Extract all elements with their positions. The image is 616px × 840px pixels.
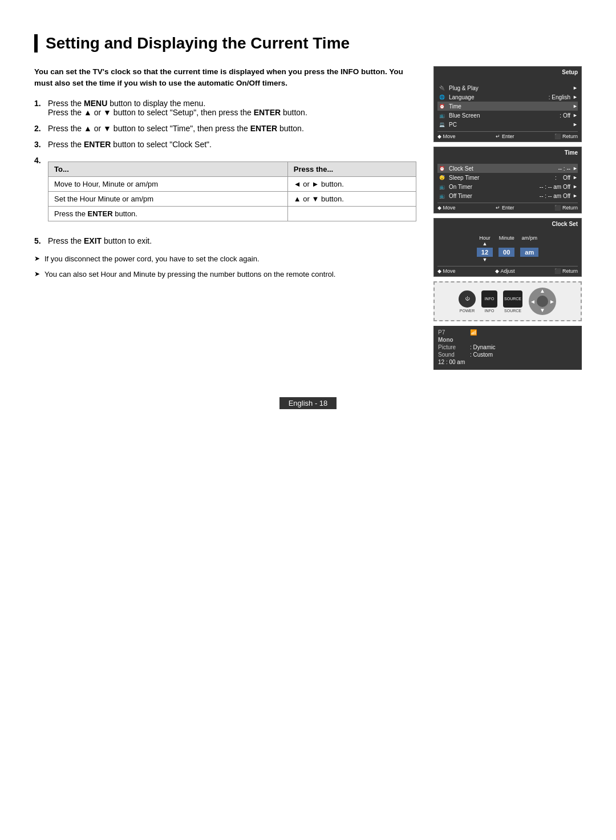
footer-adjust: ◆ Adjust (495, 268, 514, 274)
table-cell (287, 206, 416, 221)
sound-value: : Custom (470, 352, 493, 358)
off-timer-label: Off Timer (449, 193, 537, 199)
left-column: You can set the TV's clock so that the c… (34, 66, 416, 374)
footer-enter: ↵ Enter (496, 134, 514, 139)
table-cell: ◄ or ► button. (287, 176, 416, 191)
setup-screen: Setup 🔌 Plug & Play ► 🌐 Language : Engli… (433, 66, 582, 142)
time-footer: ◆ Move ↵ Enter ⬛ Return (437, 203, 578, 211)
power-label: POWER (460, 309, 475, 313)
clock-set-label: Clock Set (449, 165, 556, 172)
info-sound-row: Sound : Custom (438, 352, 577, 358)
info-channel-row: P7 📶 (438, 329, 577, 336)
nav-ring: ▲ ▼ ◄ ► (528, 287, 557, 316)
footer-return: ⬛ Return (554, 205, 578, 211)
plug-play-icon: 🔌 (437, 84, 447, 92)
info-button[interactable]: INFO (481, 290, 497, 308)
power-col: ⏻ POWER (459, 290, 476, 313)
footer-enter: ↵ Enter (496, 205, 514, 211)
pc-label: PC (449, 122, 570, 128)
main-content: You can set the TV's clock so that the c… (34, 66, 582, 374)
note-1: If you disconnect the power cord, you ha… (34, 253, 416, 265)
note-2: You can also set Hour and Minute by pres… (34, 269, 416, 280)
time-screen-title: Time (437, 150, 578, 156)
footer-move: ◆ Move (437, 268, 456, 274)
svg-text:►: ► (549, 298, 555, 305)
table-row: Press the ENTER button. (48, 206, 416, 221)
on-timer-label: On Timer (449, 184, 537, 190)
clock-set-area: Hour ▲ 12 ▼ Minute ▲ 00 ▼ am/pm ▲ am ▼ (437, 235, 578, 262)
source-button[interactable]: SOURCE (503, 290, 522, 308)
hour-label: Hour (477, 235, 493, 241)
info-picture-row: Picture : Dynamic (438, 344, 577, 350)
time-display: 12 : 00 am (438, 359, 465, 365)
step-2-content: Press the ▲ or ▼ button to select "Time"… (48, 124, 416, 133)
sound-label: Sound (438, 352, 467, 358)
language-label: Language (449, 94, 546, 100)
source-label: SOURCE (504, 309, 521, 313)
audio-value: Mono (438, 337, 467, 343)
on-timer-icon: 📺 (437, 183, 447, 191)
plug-play-label: Plug & Play (449, 85, 570, 91)
menu-item-plug-play: 🔌 Plug & Play ► (437, 83, 578, 92)
source-col: SOURCE SOURCE (503, 290, 522, 313)
step-1-content: Press the MENU button to display the men… (48, 99, 416, 117)
intro-text: You can set the TV's clock so that the c… (34, 66, 416, 90)
picture-value: : Dynamic (470, 344, 495, 350)
clock-set-value: -- : -- (558, 165, 570, 172)
step-3-num: 3. (34, 140, 43, 149)
off-timer-value: -- : -- am Off (540, 193, 570, 199)
clock-set-screen-title: Clock Set (437, 221, 578, 227)
setup-footer: ◆ Move ↵ Enter ⬛ Return (437, 131, 578, 139)
off-timer-icon: 📺 (437, 192, 447, 200)
step-2-num: 2. (34, 124, 43, 133)
step-5-num: 5. (34, 236, 43, 245)
power-button[interactable]: ⏻ (459, 290, 476, 308)
on-timer-arrow: ► (573, 184, 578, 189)
menu-item-pc: 💻 PC ► (437, 120, 578, 129)
table-cell: Move to Hour, Minute or am/pm (48, 176, 288, 191)
nav-col: ▲ ▼ ◄ ► (528, 287, 557, 316)
picture-label: Picture (438, 344, 467, 350)
menu-item-on-timer: 📺 On Timer -- : -- am Off ► (437, 182, 578, 191)
table-cell: Set the Hour Minute or am/pm (48, 191, 288, 206)
nav-svg: ▲ ▼ ◄ ► (528, 287, 557, 316)
clock-set-footer: ◆ Move ◆ Adjust ⬛ Return (437, 266, 578, 274)
step-4: 4. To... Press the... Move to Hour, Minu… (34, 156, 416, 229)
info-audio-row: Mono (438, 337, 577, 343)
minute-col: Minute ▲ 00 ▼ (499, 235, 514, 262)
svg-text:◄: ◄ (530, 298, 536, 305)
instruction-table: To... Press the... Move to Hour, Minute … (48, 161, 416, 221)
step-5: 5. Press the EXIT button to exit. (34, 236, 416, 245)
table-cell: ▲ or ▼ button. (287, 191, 416, 206)
svg-text:▼: ▼ (540, 307, 545, 313)
page-number-area: English - 18 (34, 397, 582, 409)
step-5-content: Press the EXIT button to exit. (48, 236, 416, 245)
sleep-timer-label: Sleep Timer (449, 175, 553, 181)
notes-block: If you disconnect the power cord, you ha… (34, 253, 416, 280)
hour-value: 12 (477, 248, 493, 257)
remote-control-area: ⏻ POWER INFO INFO SOURCE SOURCE (433, 281, 582, 321)
menu-item-off-timer: 📺 Off Timer -- : -- am Off ► (437, 191, 578, 200)
svg-point-1 (537, 296, 548, 307)
minute-value: 00 (499, 248, 514, 257)
minute-label: Minute (499, 235, 514, 241)
blue-screen-arrow: ► (573, 112, 578, 118)
table-cell: Press the ENTER button. (48, 206, 288, 221)
step-3-content: Press the ENTER button to select "Clock … (48, 140, 416, 149)
language-value: : English (549, 94, 570, 100)
page-number: English - 18 (279, 397, 337, 409)
remote-buttons: ⏻ POWER INFO INFO SOURCE SOURCE (439, 287, 576, 316)
info-col: INFO INFO (481, 290, 497, 313)
step-4-content: To... Press the... Move to Hour, Minute … (48, 156, 416, 229)
info-screen: P7 📶 Mono Picture : Dynamic Sound : Cust… (433, 326, 582, 370)
menu-item-sleep-timer: 😴 Sleep Timer : Off ► (437, 173, 578, 182)
pc-icon: 💻 (437, 120, 447, 128)
step-3: 3. Press the ENTER button to select "Clo… (34, 140, 416, 149)
sleep-timer-icon: 😴 (437, 173, 447, 181)
clock-set-icon: ⏰ (437, 164, 447, 172)
menu-item-clock-set: ⏰ Clock Set -- : -- ► (437, 164, 578, 173)
off-timer-arrow: ► (573, 193, 578, 199)
info-label: INFO (485, 309, 495, 313)
on-timer-value: -- : -- am Off (540, 184, 570, 190)
blue-screen-value: : Off (560, 112, 570, 119)
